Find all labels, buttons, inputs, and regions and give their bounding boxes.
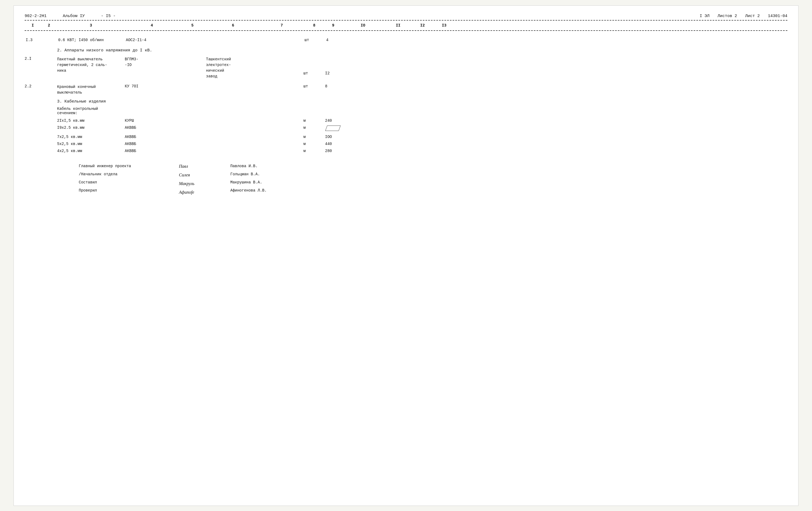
- row-col6: [206, 149, 260, 153]
- row-col1: I.3: [25, 37, 41, 44]
- table-row: I9х2.5 кв.мм АКВВБ м: [25, 125, 787, 132]
- row-col2: [41, 119, 57, 123]
- section-label: - I5 -: [101, 14, 116, 19]
- row-col9: 8: [325, 84, 341, 95]
- sig-3: Макруль: [179, 181, 222, 186]
- col-dashed-line: [25, 30, 787, 31]
- row-col10: [341, 57, 385, 79]
- row-col6: [206, 142, 260, 146]
- album-label: Альбом ІУ: [63, 14, 85, 19]
- row-col6: [206, 119, 260, 123]
- section-3-title: 3. Кабельные изделия: [57, 99, 787, 104]
- row-col6: [206, 84, 260, 95]
- row-col2: [41, 142, 57, 146]
- header-row: 902-2-2Н1 Альбом ІУ - I5 - I ЭЛ Листов 2…: [25, 14, 787, 19]
- col-header-7: 7: [260, 23, 303, 28]
- row-col8: м: [303, 142, 325, 146]
- name-1: Павлова И.В.: [230, 164, 301, 168]
- sheets-label: Листов 2: [718, 14, 737, 19]
- row-col1: [25, 125, 41, 132]
- row-col13: [433, 57, 455, 79]
- row-col7: [260, 119, 303, 123]
- top-dashed-line: [25, 20, 787, 21]
- col-header-5: 5: [179, 23, 206, 28]
- sheet-label: Лист 2: [745, 14, 760, 19]
- table-row: 7х2,5 кв.мм АКВВБ м IOO: [25, 135, 787, 139]
- row-col4: КУ 7ОI: [125, 84, 179, 95]
- row-col6: [206, 135, 260, 139]
- row-col4: АКВВБ: [125, 125, 179, 132]
- role-1: Главный инженер проекта: [79, 164, 171, 168]
- row-col4: АКВВБ: [125, 149, 179, 153]
- row-col8: м: [303, 149, 325, 153]
- row-col8: м: [303, 125, 325, 132]
- row-col9: I2: [325, 57, 341, 79]
- sig-names: Павлова И.В. Гольцман В.А. Макрушина В.А…: [230, 164, 301, 195]
- row-col3: Крановый конечныйвыключатель: [57, 84, 125, 95]
- row-col3: 2IхI,5 кв.мм: [57, 119, 125, 123]
- row-col5: [179, 84, 206, 95]
- row-col9: 240: [325, 119, 341, 123]
- table-row: 5х2,5 кв.мм АКВВБ м 440: [25, 142, 787, 146]
- row-col11: [385, 57, 412, 79]
- cable-sub-label: Кабель контрольныйсечением:: [57, 107, 787, 115]
- row-col3: Пакетный выключательгерметический, 2 сал…: [57, 57, 125, 79]
- sig-2: Силея: [179, 173, 222, 177]
- row-col7: [260, 84, 303, 95]
- parallelogram-icon: [325, 125, 341, 131]
- row-col3: 0.6 КВТ; I450 об/мин: [57, 37, 125, 44]
- col-header-11: II: [385, 23, 412, 28]
- row-col5: [179, 57, 206, 79]
- row-col12: [412, 57, 433, 79]
- row-col10: [341, 37, 385, 44]
- row-col8: м: [303, 135, 325, 139]
- row-col7: [260, 57, 303, 79]
- row-col4: ВГПМ3--IO: [125, 57, 179, 79]
- table-row: I.3 0.6 КВТ; I450 об/мин АОС2-I1-4 шт 4: [25, 37, 787, 44]
- header-left: 902-2-2Н1 Альбом ІУ - I5 -: [25, 14, 116, 19]
- row-col7: [260, 142, 303, 146]
- row-col6: [206, 125, 260, 132]
- name-2: Гольцман В.А.: [230, 172, 301, 176]
- row-col9: 280: [325, 149, 341, 153]
- row-col1: [25, 119, 41, 123]
- row-col9: 440: [325, 142, 341, 146]
- col-header-3: 3: [57, 23, 125, 28]
- col-header-1: I: [25, 23, 41, 28]
- col-header-4: 4: [125, 23, 179, 28]
- row-col9: 4: [325, 37, 341, 44]
- sig-1: Павл: [179, 164, 222, 169]
- row-col8: шт: [303, 57, 325, 79]
- row-col5: [179, 125, 206, 132]
- row-col6: Ташкентскийэлектротех-ническийзавод: [206, 57, 260, 79]
- row-col13: [433, 37, 455, 44]
- section-2-title: 2. Аппараты низкого напряжения до I кВ.: [57, 48, 787, 53]
- column-headers: I 2 3 4 5 6 7 8 9 IO II I2 I3: [25, 22, 787, 29]
- row-col8: м: [303, 119, 325, 123]
- sheet-number: 14301-04: [768, 14, 787, 19]
- row-col8: шт: [303, 84, 325, 95]
- row-col1: [25, 142, 41, 146]
- row-col4: АКВВБ: [125, 135, 179, 139]
- row-col9: IOO: [325, 135, 341, 139]
- row-col2: [41, 37, 57, 44]
- row-col13: [433, 84, 455, 95]
- signatures-section: Главный инженер проекта /Начальник отдел…: [79, 164, 787, 195]
- row-col7: [260, 149, 303, 153]
- row-col7: [260, 37, 303, 44]
- table-row: 2.I Пакетный выключательгерметический, 2…: [25, 57, 787, 79]
- doc-number: 902-2-2Н1: [25, 14, 47, 19]
- role-3: Составил: [79, 180, 171, 184]
- row-col3: 4х2,5 кв.мм: [57, 149, 125, 153]
- row-col11: [385, 37, 412, 44]
- row-col1: [25, 149, 41, 153]
- document-page: 902-2-2Н1 Альбом ІУ - I5 - I ЭЛ Листов 2…: [13, 5, 799, 506]
- row-col4: АОС2-I1-4: [125, 37, 179, 44]
- name-4: Афиногенова Л.В.: [230, 188, 301, 192]
- row-col8: шт: [303, 37, 325, 44]
- row-col4: КУРШ: [125, 119, 179, 123]
- row-col2: [41, 84, 57, 95]
- row-col2: [41, 149, 57, 153]
- sig-4: Афипofе: [179, 190, 222, 195]
- table-row: 2.2 Крановый конечныйвыключатель КУ 7ОI …: [25, 84, 787, 95]
